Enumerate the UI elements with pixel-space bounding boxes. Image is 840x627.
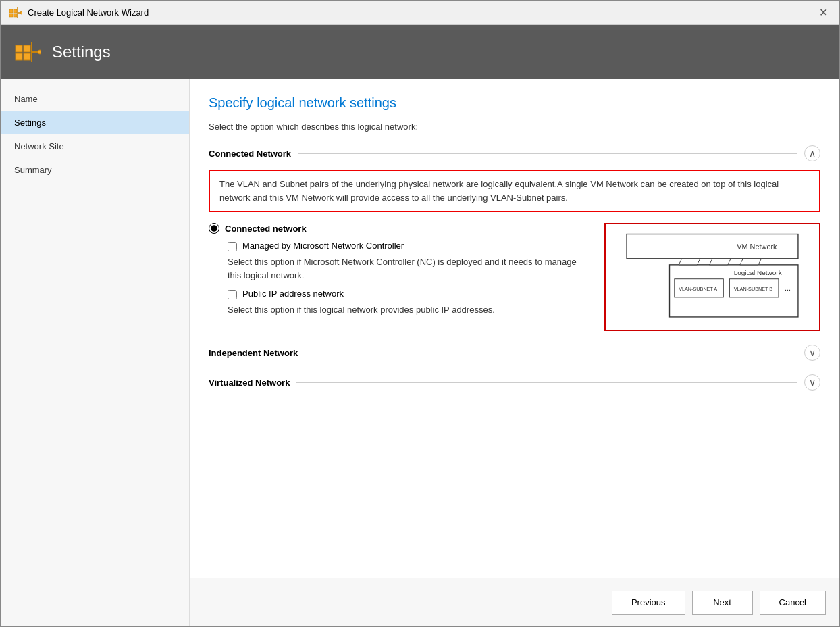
independent-network-title: Independent Network (209, 348, 298, 358)
subtitle: Select the option which describes this l… (209, 122, 820, 132)
svg-rect-3 (14, 14, 17, 17)
virtualized-network-toggle[interactable]: ∨ (804, 374, 820, 391)
header-title: Settings (52, 43, 111, 61)
connected-network-line (298, 153, 797, 154)
dots-label: ... (785, 284, 791, 292)
previous-button[interactable]: Previous (612, 591, 685, 615)
logical-network-label: Logical Network (734, 269, 782, 276)
title-bar-left: Create Logical Network Wizard (9, 6, 149, 20)
managed-checkbox-row: Managed by Microsoft Network Controller (228, 241, 591, 251)
connected-network-radio-row: Connected network (209, 223, 591, 234)
virtualized-network-section: Virtualized Network ∨ (209, 374, 820, 391)
public-ip-checkbox[interactable] (228, 290, 237, 299)
svg-marker-19 (709, 259, 731, 265)
sidebar-item-settings[interactable]: Settings (1, 111, 189, 134)
independent-network-line (305, 353, 797, 353)
managed-checkbox[interactable] (228, 242, 237, 251)
svg-rect-9 (16, 53, 22, 60)
subnet-a-label: VLAN-SUBNET A (679, 286, 717, 292)
managed-checkbox-label: Managed by Microsoft Network Controller (242, 241, 404, 251)
sidebar: Name Settings Network Site Summary (1, 79, 190, 626)
virtualized-network-header: Virtualized Network ∨ (209, 374, 820, 391)
independent-network-section: Independent Network ∨ (209, 345, 820, 361)
svg-rect-10 (24, 53, 30, 60)
independent-network-header: Independent Network ∨ (209, 345, 820, 361)
connected-network-title: Connected Network (209, 149, 291, 159)
diagram-svg: VM Network Logical Network VLAN-SUBNET A… (612, 231, 812, 323)
svg-marker-18 (679, 259, 700, 265)
sidebar-item-name[interactable]: Name (1, 87, 189, 111)
sidebar-item-summary[interactable]: Summary (1, 158, 189, 182)
network-diagram: VM Network Logical Network VLAN-SUBNET A… (604, 223, 820, 331)
connected-network-toggle[interactable]: ∧ (804, 145, 820, 161)
sidebar-item-network-site[interactable]: Network Site (1, 134, 189, 158)
public-ip-description: Select this option if this logical netwo… (228, 303, 591, 317)
svg-rect-7 (16, 45, 22, 52)
svg-rect-1 (14, 9, 17, 13)
public-ip-checkbox-label: Public IP address network (242, 289, 344, 299)
title-bar-text: Create Logical Network Wizard (28, 7, 149, 18)
managed-description: Select this option if Microsoft Network … (228, 255, 591, 282)
connected-network-header: Connected Network ∧ (209, 145, 820, 161)
svg-rect-2 (9, 14, 13, 17)
options-panel: Connected network Managed by Microsoft N… (209, 223, 591, 331)
cancel-button[interactable]: Cancel (760, 591, 826, 615)
connected-network-info: The VLAN and Subnet pairs of the underly… (209, 170, 820, 212)
connected-network-radio[interactable] (209, 223, 219, 234)
svg-rect-0 (9, 9, 13, 13)
header-bar: Settings (1, 25, 839, 79)
subnet-b-label: VLAN-SUBNET B (734, 286, 773, 292)
svg-rect-8 (24, 45, 30, 52)
body: Name Settings Network Site Summary Speci… (1, 79, 839, 626)
connected-network-content: Connected network Managed by Microsoft N… (209, 223, 820, 331)
wizard-window: Create Logical Network Wizard ✕ Settings… (0, 0, 840, 627)
header-icon (14, 39, 41, 66)
next-button[interactable]: Next (692, 591, 753, 615)
title-bar: Create Logical Network Wizard ✕ (1, 1, 839, 25)
public-ip-checkbox-row: Public IP address network (228, 289, 591, 299)
svg-point-13 (38, 50, 41, 54)
footer: Previous Next Cancel (190, 578, 839, 626)
close-button[interactable]: ✕ (815, 5, 831, 21)
main-content: Specify logical network settings Select … (190, 79, 839, 626)
connected-network-radio-label: Connected network (225, 224, 307, 234)
wizard-icon (9, 6, 22, 20)
page-title: Specify logical network settings (209, 95, 820, 111)
independent-network-toggle[interactable]: ∨ (804, 345, 820, 361)
svg-point-6 (20, 11, 22, 14)
content-area: Specify logical network settings Select … (190, 79, 839, 578)
virtualized-network-title: Virtualized Network (209, 378, 290, 388)
virtualized-network-line (296, 382, 797, 383)
svg-marker-20 (740, 259, 762, 265)
vm-network-label: VM Network (737, 243, 777, 251)
connected-network-section: Connected Network ∧ The VLAN and Subnet … (209, 145, 820, 331)
